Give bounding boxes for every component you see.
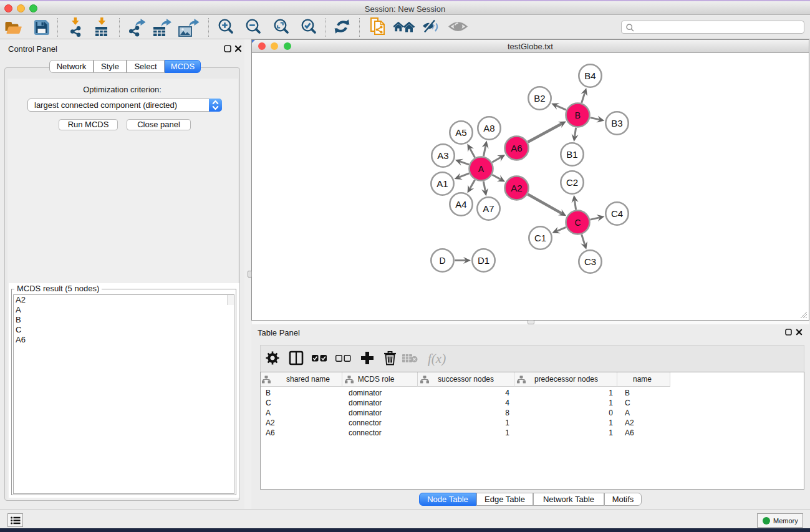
svg-text:B1: B1	[566, 149, 577, 160]
svg-text:B: B	[575, 110, 581, 120]
svg-text:A7: A7	[483, 203, 494, 214]
svg-text:A2: A2	[511, 183, 522, 193]
svg-text:C4: C4	[611, 208, 623, 219]
svg-text:A8: A8	[483, 123, 494, 133]
svg-text:A: A	[478, 164, 485, 174]
svg-text:B2: B2	[534, 93, 545, 104]
svg-text:B3: B3	[611, 118, 622, 128]
svg-text:C1: C1	[534, 233, 546, 243]
svg-text:C3: C3	[584, 256, 596, 267]
svg-text:A5: A5	[455, 127, 466, 138]
svg-text:D: D	[439, 256, 445, 266]
svg-text:B4: B4	[584, 70, 595, 81]
svg-text:A6: A6	[511, 143, 522, 153]
svg-text:C2: C2	[566, 177, 578, 188]
svg-text:D1: D1	[478, 255, 489, 266]
svg-text:A4: A4	[455, 199, 466, 210]
svg-text:A1: A1	[436, 178, 448, 189]
svg-text:A3: A3	[437, 150, 448, 161]
svg-text:C: C	[574, 218, 581, 228]
